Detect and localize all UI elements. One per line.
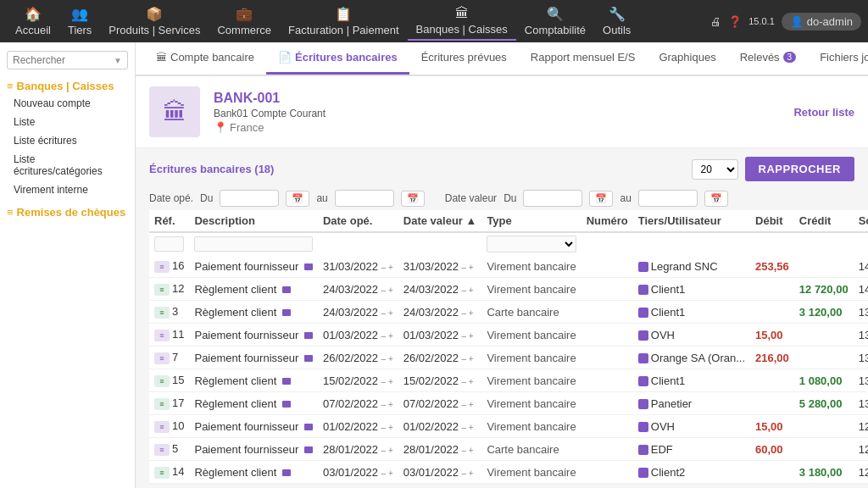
tab-graphiques[interactable]: Graphiques <box>647 42 727 75</box>
cell-numero <box>581 324 633 347</box>
row-type-icon: ≡ <box>154 352 170 364</box>
tab-compte-bancaire[interactable]: 🏛 Compte bancaire <box>144 42 266 75</box>
cell-credit <box>794 255 854 278</box>
table-row[interactable]: ≡17 Règlement client 07/02/2022 – + 07/0… <box>149 392 868 415</box>
col-date-ope[interactable]: Date opé. <box>318 210 398 232</box>
col-credit[interactable]: Crédit <box>794 210 854 232</box>
col-ref[interactable]: Réf. <box>149 210 189 232</box>
date-ope-au-calendar[interactable]: 📅 <box>401 191 425 207</box>
nav-accueil[interactable]: 🏠 Accueil <box>7 3 59 40</box>
filter-desc[interactable] <box>194 236 312 252</box>
cell-debit <box>750 461 794 484</box>
date-ope-au-input[interactable] <box>335 190 394 207</box>
search-input[interactable] <box>13 54 112 66</box>
cell-type: Carte bancaire <box>481 301 581 324</box>
cell-type: Virement bancaire <box>481 347 581 369</box>
table-row[interactable]: ≡16 Paiement fournisseur 31/03/2022 – + … <box>149 255 868 278</box>
col-description[interactable]: Description <box>189 210 317 232</box>
cell-tiers: Client1 <box>633 278 750 301</box>
filters-row: Date opé. Du 📅 au 📅 Date valeur Du 📅 au … <box>136 186 868 210</box>
cell-solde: 127 438,00 <box>854 461 868 484</box>
cell-numero <box>581 461 633 484</box>
cell-numero <box>581 392 633 415</box>
col-numero[interactable]: Numéro <box>581 210 633 232</box>
main-content: 🏛 Compte bancaire 📄 Écritures bancaires … <box>136 42 868 488</box>
tab-ecritures-prevues[interactable]: Écritures prévues <box>409 42 519 75</box>
search-box[interactable]: ▼ <box>7 51 128 69</box>
col-date-valeur[interactable]: Date valeur ▲ <box>398 210 482 232</box>
table-row[interactable]: ≡3 Règlement client 24/03/2022 – + 24/03… <box>149 301 868 324</box>
help-icon[interactable]: ❓ <box>728 15 742 28</box>
filter-ref[interactable] <box>154 236 184 252</box>
sidebar-item-liste-ecritures-categories[interactable]: Liste écritures/catégories <box>0 150 135 180</box>
tab-ecritures-bancaires[interactable]: 📄 Écritures bancaires <box>266 42 409 75</box>
sidebar-item-nouveau-compte[interactable]: Nouveau compte <box>0 94 135 113</box>
table-row[interactable]: ≡11 Paiement fournisseur 01/03/2022 – + … <box>149 324 868 347</box>
date-valeur-au-input[interactable] <box>638 190 698 207</box>
tab-rapport-mensuel[interactable]: Rapport mensuel E/S <box>519 42 648 75</box>
col-solde[interactable]: Solde <box>854 210 868 232</box>
retour-liste-button[interactable]: Retour liste <box>793 106 854 119</box>
row-type-icon: ≡ <box>154 398 170 410</box>
nav-comptabilite[interactable]: 🔍 Comptabilité <box>516 3 594 40</box>
cell-tiers: Panetier <box>633 392 750 415</box>
rapprocher-button[interactable]: RAPPROCHER <box>745 157 854 181</box>
sidebar-item-virement-interne[interactable]: Virement interne <box>0 180 135 199</box>
nav-outils[interactable]: 🔧 Outils <box>594 3 639 40</box>
nav-facturation[interactable]: 📋 Facturation | Paiement <box>280 3 408 40</box>
releves-badge: 3 <box>783 52 797 63</box>
date-valeur-du-calendar[interactable]: 📅 <box>589 191 613 207</box>
row-type-icon: ≡ <box>154 284 170 296</box>
produits-icon: 📦 <box>146 6 163 22</box>
print-icon[interactable]: 🖨 <box>710 15 721 28</box>
search-dropdown-icon: ▼ <box>114 56 122 65</box>
nav-banques[interactable]: 🏛 Banques | Caisses <box>408 3 516 41</box>
cell-date-val: 24/03/2022 – + <box>398 301 482 324</box>
date-valeur-au-calendar[interactable]: 📅 <box>704 191 728 207</box>
table-row[interactable]: ≡5 Paiement fournisseur 28/01/2022 – + 2… <box>149 438 868 461</box>
sidebar-item-liste-ecritures[interactable]: Liste écritures <box>0 131 135 150</box>
banques-icon: 🏛 <box>455 6 469 21</box>
cell-date-val: 01/03/2022 – + <box>398 324 482 347</box>
cell-debit <box>750 278 794 301</box>
outils-icon: 🔧 <box>609 6 626 22</box>
cell-ref: ≡15 <box>149 369 189 392</box>
location-icon: 📍 <box>214 121 227 134</box>
date-ope-du-calendar[interactable]: 📅 <box>286 191 309 207</box>
sidebar-item-liste[interactable]: Liste <box>0 113 135 131</box>
table-row[interactable]: ≡15 Règlement client 15/02/2022 – + 15/0… <box>149 369 868 392</box>
cell-numero <box>581 278 633 301</box>
nav-tiers[interactable]: 👥 Tiers <box>59 3 100 40</box>
col-tiers[interactable]: Tiers/Utilisateur <box>633 210 750 232</box>
sidebar-section-banques: ≡ Banques | Caisses <box>0 76 135 94</box>
cell-solde: 133 507,00 <box>854 347 868 369</box>
col-debit[interactable]: Débit <box>750 210 794 232</box>
au2-label: au <box>620 192 631 204</box>
tab-fichiers-joints[interactable]: Fichiers joints <box>808 42 868 75</box>
cell-date-val: 31/03/2022 – + <box>398 255 482 278</box>
cell-credit <box>794 347 854 369</box>
nav-commerce[interactable]: 💼 Commerce <box>209 3 280 40</box>
comptabilite-icon: 🔍 <box>547 6 564 22</box>
cell-debit: 253,56 <box>750 255 794 278</box>
row-type-icon: ≡ <box>154 444 170 456</box>
table-row[interactable]: ≡10 Paiement fournisseur 01/02/2022 – + … <box>149 415 868 438</box>
cell-type: Virement bancaire <box>481 255 581 278</box>
table-row[interactable]: ≡12 Règlement client 24/03/2022 – + 24/0… <box>149 278 868 301</box>
cell-date-val: 15/02/2022 – + <box>398 369 482 392</box>
cell-type: Virement bancaire <box>481 461 581 484</box>
cell-tiers: OVH <box>633 324 750 347</box>
tiers-icon: 👥 <box>71 6 88 22</box>
per-page-select[interactable]: 20 50 100 <box>692 159 738 180</box>
date-valeur-du-input[interactable] <box>523 190 582 207</box>
col-type[interactable]: Type <box>481 210 581 232</box>
table-row[interactable]: ≡14 Règlement client 03/01/2022 – + 03/0… <box>149 461 868 484</box>
user-badge[interactable]: 👤 do-admin <box>782 13 861 30</box>
cell-numero <box>581 369 633 392</box>
date-ope-du-input[interactable] <box>220 190 279 207</box>
section-title: Écritures bancaires (18) <box>149 163 274 175</box>
nav-produits[interactable]: 📦 Produits | Services <box>100 3 209 40</box>
tab-releves[interactable]: Relevés 3 <box>728 42 809 75</box>
filter-type-select[interactable]: Virement bancaire Carte bancaire <box>487 236 576 252</box>
table-row[interactable]: ≡7 Paiement fournisseur 26/02/2022 – + 2… <box>149 347 868 369</box>
